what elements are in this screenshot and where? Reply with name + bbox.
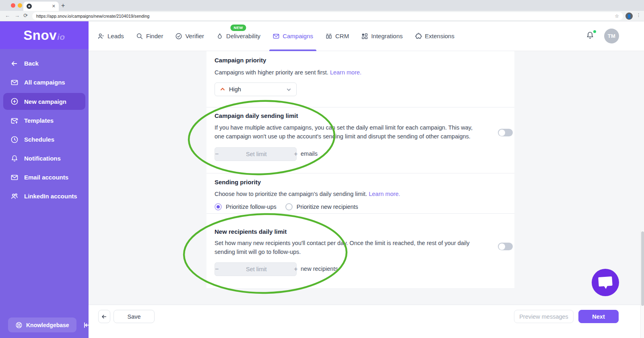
radio-label: Prioritize new recipients xyxy=(297,204,358,210)
sidebar-item-all-campaigns[interactable]: All campaigns xyxy=(0,73,89,92)
new-recipients-description: Set how many new recipients you'll conta… xyxy=(215,239,482,256)
logo-area[interactable]: Snovio xyxy=(0,21,89,49)
notifications-button[interactable] xyxy=(586,31,594,41)
chat-bubble-tail xyxy=(604,285,608,289)
section-divider xyxy=(206,107,514,107)
nav-label: CRM xyxy=(335,33,349,39)
new-tab-button[interactable]: + xyxy=(61,2,65,9)
close-tab-icon[interactable]: ✕ xyxy=(52,4,56,8)
app-header: Leads Finder Verifier NEW Deliverability… xyxy=(89,21,644,51)
back-step-button[interactable] xyxy=(98,310,110,323)
priority-select[interactable]: High xyxy=(215,82,297,96)
priority-select-value: High xyxy=(229,86,241,93)
new-recipients-title: New recipients daily limit xyxy=(215,228,287,235)
sidebar-item-label: Email accounts xyxy=(24,174,68,181)
minus-button[interactable]: − xyxy=(215,150,219,158)
check-circle-icon xyxy=(175,33,182,40)
url-text: https://app.snov.io/campaigns/new/create… xyxy=(36,14,150,19)
puzzle-icon xyxy=(415,33,422,40)
nav-label: Extensions xyxy=(425,33,454,39)
search-icon xyxy=(136,33,143,40)
bookmark-star-icon[interactable]: ☆ xyxy=(615,13,619,19)
sidebar-item-notifications[interactable]: Notifications xyxy=(0,149,89,168)
sidebar-item-back[interactable]: Back xyxy=(0,54,89,73)
plus-button[interactable]: + xyxy=(294,266,297,273)
browser-menu-icon[interactable]: ⋮ xyxy=(636,12,641,18)
user-avatar[interactable]: TM xyxy=(604,29,619,43)
knowledgebase-button[interactable]: Knowledgebase xyxy=(8,317,76,332)
people-icon xyxy=(10,192,19,200)
sending-priority-description: Choose how to prioritize the campaign's … xyxy=(215,190,482,198)
sidebar-item-email-accounts[interactable]: Email accounts xyxy=(0,168,89,187)
nav-item-extensions[interactable]: Extensions xyxy=(415,21,454,51)
browser-forward-icon[interactable]: → xyxy=(14,12,20,19)
bell-icon xyxy=(10,155,19,163)
flame-icon xyxy=(216,33,223,40)
clock-icon xyxy=(10,136,19,144)
daily-limit-toggle[interactable] xyxy=(498,129,513,136)
daily-limit-unit: emails xyxy=(301,150,318,157)
nav-label: Integrations xyxy=(371,33,402,39)
next-button[interactable]: Next xyxy=(578,310,619,323)
page-scrollbar[interactable] xyxy=(640,231,644,338)
sidebar-item-templates[interactable]: Templates xyxy=(0,111,89,130)
new-recipients-toggle[interactable] xyxy=(498,243,513,250)
nav-item-crm[interactable]: CRM xyxy=(325,21,349,51)
description-text: Campaigns with higher priority are sent … xyxy=(215,69,328,76)
learn-more-link[interactable]: Learn more. xyxy=(369,191,400,197)
new-recipients-unit: new recipients xyxy=(301,266,338,272)
nav-item-deliverability[interactable]: NEW Deliverability xyxy=(216,21,260,51)
lifebuoy-icon xyxy=(15,322,23,329)
leads-icon xyxy=(97,33,105,40)
knowledgebase-label: Knowledgebase xyxy=(26,322,69,328)
chat-widget-button[interactable] xyxy=(592,269,619,296)
new-recipients-input[interactable] xyxy=(219,266,294,272)
notification-dot xyxy=(592,29,597,34)
toggle-knob xyxy=(499,130,505,136)
nav-item-integrations[interactable]: Integrations xyxy=(361,21,402,51)
arrow-left-icon xyxy=(10,60,19,68)
nav-label: Leads xyxy=(107,33,124,39)
browser-back-icon[interactable]: ← xyxy=(5,12,10,19)
browser-reload-icon[interactable]: ⟳ xyxy=(23,12,28,19)
sidebar-item-schedules[interactable]: Schedules xyxy=(0,130,89,149)
preview-messages-button[interactable]: Preview messages xyxy=(514,310,574,323)
minus-button[interactable]: − xyxy=(215,266,219,273)
plus-button[interactable]: + xyxy=(294,150,297,158)
sidebar-item-label: Notifications xyxy=(24,155,61,162)
envelope-icon xyxy=(10,78,19,87)
browser-profile-icon[interactable]: 👤 xyxy=(625,12,633,20)
toggle-knob xyxy=(499,243,505,250)
nav-label: Campaigns xyxy=(283,33,313,39)
sidebar-item-label: New campaign xyxy=(24,98,66,105)
browser-tab[interactable]: ✕ xyxy=(23,2,59,11)
radio-prioritize-new-recipients[interactable]: Prioritize new recipients xyxy=(285,203,358,210)
sending-priority-title: Sending priority xyxy=(215,179,261,185)
mac-minimize-button[interactable] xyxy=(18,3,22,8)
new-recipients-stepper: − + xyxy=(215,262,297,276)
learn-more-link[interactable]: Learn more. xyxy=(330,69,361,76)
browser-tabstrip: ✕ + xyxy=(0,0,644,11)
scrollbar-thumb[interactable] xyxy=(641,231,644,306)
chevron-down-icon xyxy=(286,87,291,92)
sidebar-item-label: LinkedIn accounts xyxy=(24,193,77,200)
radio-prioritize-follow-ups[interactable]: Prioritize follow-ups xyxy=(215,203,277,210)
nav-label: Verifier xyxy=(185,33,204,39)
nav-item-finder[interactable]: Finder xyxy=(136,21,163,51)
sending-settings-card: Campaign priority Campaigns with higher … xyxy=(206,51,514,288)
nav-item-verifier[interactable]: Verifier xyxy=(175,21,204,51)
sidebar-item-label: Templates xyxy=(24,117,54,124)
sidebar-item-linkedin-accounts[interactable]: LinkedIn accounts xyxy=(0,187,89,206)
sidebar-item-label: Schedules xyxy=(24,136,54,143)
save-button[interactable]: Save xyxy=(114,310,155,323)
sidebar-item-label: All campaigns xyxy=(24,79,65,86)
nav-item-campaigns[interactable]: Campaigns xyxy=(272,21,313,51)
envelope-icon xyxy=(272,33,280,40)
mac-close-button[interactable] xyxy=(11,3,15,8)
header-right: TM xyxy=(586,29,644,43)
sidebar-item-new-campaign[interactable]: New campaign xyxy=(3,93,85,110)
nav-item-leads[interactable]: Leads xyxy=(97,21,124,51)
daily-limit-description: If you have multiple active campaigns, y… xyxy=(215,123,482,141)
daily-limit-input[interactable] xyxy=(219,151,294,157)
address-bar[interactable]: https://app.snov.io/campaigns/new/create… xyxy=(32,12,623,20)
